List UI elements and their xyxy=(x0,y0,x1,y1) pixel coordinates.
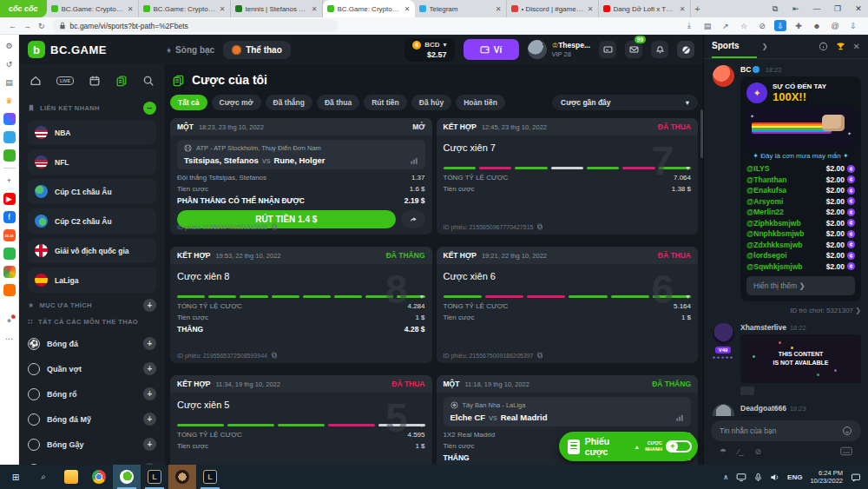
taskbar-clock[interactable]: 6:24 PM 10/23/2022 xyxy=(810,469,843,486)
notification-bell-icon[interactable]: ● xyxy=(3,314,16,327)
emoji-icon[interactable] xyxy=(842,426,852,436)
browser-tab[interactable]: • Discord | #games | 1 ✕ xyxy=(507,0,599,17)
filter-pill[interactable]: Cược mở xyxy=(212,95,261,110)
save-page-icon[interactable]: ⤓ xyxy=(683,20,695,31)
expand-combo-icon[interactable]: ▼ xyxy=(685,165,691,171)
browser-tab[interactable]: tennis | Stefanos Tsitsipa ✕ xyxy=(231,0,323,17)
expand-sport-button[interactable]: + xyxy=(143,387,156,400)
scrollbar[interactable] xyxy=(700,109,703,158)
tray-expand-icon[interactable]: ∧ xyxy=(723,473,728,481)
collapse-quick-links-button[interactable]: − xyxy=(143,102,156,115)
reload-button[interactable]: ↻ xyxy=(38,22,45,30)
reading-list-icon[interactable]: ▤ xyxy=(3,76,16,89)
quick-link-item[interactable]: Giải vô địch quốc gia xyxy=(28,238,156,263)
user-profile[interactable]: ♔Thespe... VIP 28 xyxy=(528,40,590,59)
copy-icon[interactable] xyxy=(536,223,543,230)
sidebar-sport-item[interactable]: Bóng Gậy + xyxy=(28,432,156,457)
sportsbook-button[interactable] xyxy=(677,41,694,58)
quick-bet-toggle[interactable]: + xyxy=(666,440,692,453)
tab-close-icon[interactable]: ✕ xyxy=(404,5,411,13)
tab-close-icon[interactable]: ✕ xyxy=(496,5,502,13)
filter-pill[interactable]: Đã thắng xyxy=(266,95,312,110)
rain-feature-icon[interactable]: ☂ xyxy=(720,447,727,456)
home-icon[interactable] xyxy=(30,75,42,87)
profile-icon[interactable]: ☻ xyxy=(811,20,823,31)
crown-icon[interactable]: ♛ xyxy=(3,95,16,107)
divider[interactable] xyxy=(3,168,16,169)
copy-icon[interactable] xyxy=(536,352,543,359)
quick-link-item[interactable]: LaLiga xyxy=(28,268,156,293)
expand-combo-icon[interactable]: ▼ xyxy=(419,294,425,300)
tab-close-icon[interactable]: ✕ xyxy=(680,5,686,13)
expand-favorites-button[interactable]: + xyxy=(143,299,156,312)
display-icon[interactable] xyxy=(736,472,746,482)
expand-combo-icon[interactable]: ▼ xyxy=(685,294,691,300)
language-indicator[interactable]: ENG xyxy=(787,473,802,481)
avatar[interactable] xyxy=(713,404,734,417)
extensions-icon[interactable]: ✚ xyxy=(792,20,805,31)
games-icon[interactable] xyxy=(3,149,16,162)
gif-keyboard-icon[interactable] xyxy=(840,446,852,456)
taskbar-search-button[interactable]: ⌕ xyxy=(30,465,57,489)
back-button[interactable]: ← xyxy=(9,22,16,30)
more-icon[interactable]: ⋯ xyxy=(3,333,16,345)
browser-tab[interactable]: BC.Game: Crypto Casino ✕ xyxy=(323,0,415,17)
volume-icon[interactable] xyxy=(770,472,779,482)
facebook-icon[interactable]: f xyxy=(3,211,16,223)
tab-close-icon[interactable]: ✕ xyxy=(588,5,594,13)
notification-center-icon[interactable] xyxy=(851,472,861,482)
browser-tab[interactable]: BC.Game: Crypto Casino ✕ xyxy=(47,0,139,17)
forward-button[interactable]: → xyxy=(23,22,31,30)
tab-close-icon[interactable]: ✕ xyxy=(220,5,226,13)
sidebar-sport-item[interactable]: ⚽ Bóng đá + xyxy=(28,331,156,356)
tab-sports[interactable]: Thể thao xyxy=(223,41,291,59)
live-nav-icon[interactable]: LIVE xyxy=(56,76,74,85)
my-bets-icon[interactable] xyxy=(115,75,128,87)
blue-app-icon[interactable] xyxy=(3,131,16,143)
notifications-button[interactable] xyxy=(651,41,668,58)
maximize-button[interactable]: ❐ xyxy=(828,4,847,14)
bonus-card-button[interactable] xyxy=(599,41,616,58)
messenger-icon[interactable] xyxy=(3,113,16,125)
expand-sport-button[interactable]: + xyxy=(143,362,156,375)
sort-dropdown[interactable]: Cược gần đây ▾ xyxy=(552,95,698,110)
pip-icon[interactable]: ⧉ xyxy=(766,4,785,14)
bookmark-folders-icon[interactable]: ▤ xyxy=(701,20,713,31)
favorite-star-icon[interactable]: ☆ xyxy=(738,20,750,31)
quick-link-item[interactable]: Cúp C2 châu Âu xyxy=(28,208,156,234)
green-shop-icon[interactable] xyxy=(3,248,16,260)
expand-sport-button[interactable]: + xyxy=(143,413,156,426)
download-manager-icon[interactable]: ⇩ xyxy=(774,20,786,31)
mute-icon[interactable]: ⊘ xyxy=(755,447,762,456)
close-chat-icon[interactable]: ✕ xyxy=(853,42,860,51)
calendar-icon[interactable] xyxy=(89,75,101,87)
filter-pill[interactable]: Hoàn tiền xyxy=(456,95,505,110)
stats-icon[interactable] xyxy=(675,413,684,422)
expand-sport-button[interactable]: + xyxy=(143,337,156,350)
quick-link-item[interactable]: NBA xyxy=(28,120,156,145)
calendar-date-icon[interactable]: 23.10 xyxy=(3,229,16,241)
currency-selector[interactable]: ¢ BCD ▾ $2.57 xyxy=(404,38,454,62)
rules-icon[interactable]: ⁄_ xyxy=(738,447,744,456)
coccoc-browser[interactable] xyxy=(113,465,141,489)
start-button[interactable]: ⊞ xyxy=(2,465,30,489)
tab-close-icon[interactable]: ✕ xyxy=(312,5,318,13)
sidebar-sport-item[interactable]: Esports + xyxy=(28,457,156,465)
gear-icon[interactable]: ⚙ xyxy=(3,40,16,52)
dock-icon[interactable]: ⇤ xyxy=(786,4,806,14)
filter-pill[interactable]: Đã hủy xyxy=(411,95,451,110)
browser-tab[interactable]: Telegram ✕ xyxy=(415,0,507,17)
trophy-icon[interactable] xyxy=(836,42,845,51)
tab-close-icon[interactable]: ✕ xyxy=(128,5,134,13)
address-bar[interactable]: bc.game/vi/sports?bt-path=%2Fbets xyxy=(52,19,339,32)
add-extension-icon[interactable]: + xyxy=(3,175,16,187)
file-explorer[interactable] xyxy=(57,465,85,489)
orange-cart-icon[interactable] xyxy=(3,284,16,296)
stats-icon[interactable] xyxy=(410,156,418,165)
show-more-button[interactable]: Hiển thị thêm ❯ xyxy=(746,276,855,295)
filter-pill[interactable]: Tất cả xyxy=(170,95,207,110)
browser-tab[interactable]: Dang Dở Lofi x Thời tình ✕ xyxy=(599,0,691,17)
chat-message-input[interactable]: Tin nhắn của bạn xyxy=(711,420,861,441)
share-icon[interactable]: ↗ xyxy=(720,20,732,31)
close-window-button[interactable]: ✕ xyxy=(849,4,868,14)
